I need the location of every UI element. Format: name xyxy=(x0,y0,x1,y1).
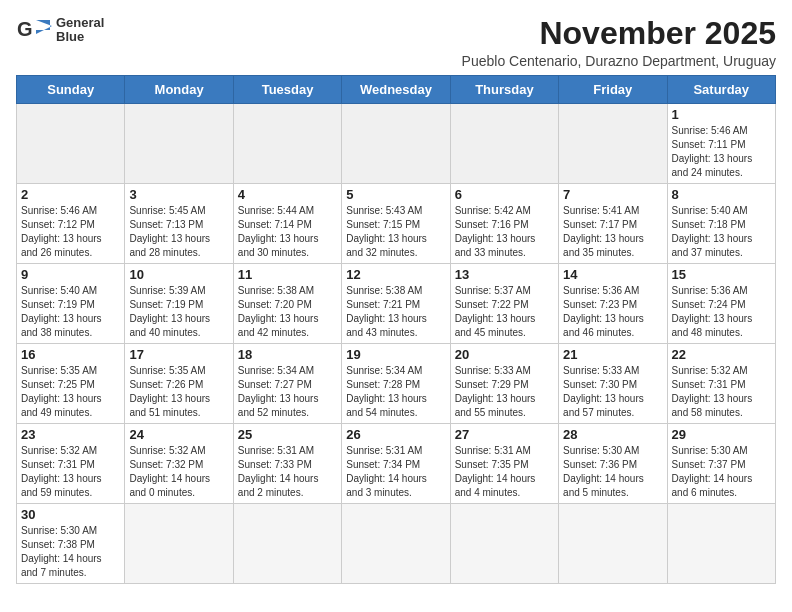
weekday-header-thursday: Thursday xyxy=(450,76,558,104)
calendar-cell: 11Sunrise: 5:38 AM Sunset: 7:20 PM Dayli… xyxy=(233,264,341,344)
calendar-cell: 13Sunrise: 5:37 AM Sunset: 7:22 PM Dayli… xyxy=(450,264,558,344)
day-number: 19 xyxy=(346,347,445,362)
day-number: 14 xyxy=(563,267,662,282)
calendar-cell: 7Sunrise: 5:41 AM Sunset: 7:17 PM Daylig… xyxy=(559,184,667,264)
calendar-cell xyxy=(450,504,558,584)
calendar-cell xyxy=(233,504,341,584)
day-number: 8 xyxy=(672,187,771,202)
calendar-cell: 25Sunrise: 5:31 AM Sunset: 7:33 PM Dayli… xyxy=(233,424,341,504)
header-row: SundayMondayTuesdayWednesdayThursdayFrid… xyxy=(17,76,776,104)
day-number: 27 xyxy=(455,427,554,442)
day-info: Sunrise: 5:36 AM Sunset: 7:23 PM Dayligh… xyxy=(563,284,662,340)
calendar-cell: 26Sunrise: 5:31 AM Sunset: 7:34 PM Dayli… xyxy=(342,424,450,504)
day-number: 10 xyxy=(129,267,228,282)
calendar-cell xyxy=(559,504,667,584)
calendar-cell xyxy=(342,504,450,584)
day-info: Sunrise: 5:34 AM Sunset: 7:28 PM Dayligh… xyxy=(346,364,445,420)
day-info: Sunrise: 5:33 AM Sunset: 7:30 PM Dayligh… xyxy=(563,364,662,420)
day-info: Sunrise: 5:32 AM Sunset: 7:31 PM Dayligh… xyxy=(21,444,120,500)
day-info: Sunrise: 5:44 AM Sunset: 7:14 PM Dayligh… xyxy=(238,204,337,260)
day-number: 23 xyxy=(21,427,120,442)
day-number: 2 xyxy=(21,187,120,202)
calendar-cell: 27Sunrise: 5:31 AM Sunset: 7:35 PM Dayli… xyxy=(450,424,558,504)
day-info: Sunrise: 5:46 AM Sunset: 7:11 PM Dayligh… xyxy=(672,124,771,180)
day-number: 3 xyxy=(129,187,228,202)
logo-line1: General xyxy=(56,16,104,30)
day-number: 16 xyxy=(21,347,120,362)
calendar-cell xyxy=(125,504,233,584)
subtitle: Pueblo Centenario, Durazno Department, U… xyxy=(462,53,776,69)
day-number: 5 xyxy=(346,187,445,202)
calendar-cell xyxy=(559,104,667,184)
calendar-cell: 21Sunrise: 5:33 AM Sunset: 7:30 PM Dayli… xyxy=(559,344,667,424)
day-number: 17 xyxy=(129,347,228,362)
day-number: 15 xyxy=(672,267,771,282)
day-info: Sunrise: 5:40 AM Sunset: 7:18 PM Dayligh… xyxy=(672,204,771,260)
day-number: 13 xyxy=(455,267,554,282)
day-info: Sunrise: 5:35 AM Sunset: 7:25 PM Dayligh… xyxy=(21,364,120,420)
calendar-cell: 6Sunrise: 5:42 AM Sunset: 7:16 PM Daylig… xyxy=(450,184,558,264)
weekday-header-saturday: Saturday xyxy=(667,76,775,104)
day-info: Sunrise: 5:31 AM Sunset: 7:35 PM Dayligh… xyxy=(455,444,554,500)
week-row-5: 23Sunrise: 5:32 AM Sunset: 7:31 PM Dayli… xyxy=(17,424,776,504)
calendar-cell: 8Sunrise: 5:40 AM Sunset: 7:18 PM Daylig… xyxy=(667,184,775,264)
calendar-cell: 1Sunrise: 5:46 AM Sunset: 7:11 PM Daylig… xyxy=(667,104,775,184)
day-info: Sunrise: 5:32 AM Sunset: 7:32 PM Dayligh… xyxy=(129,444,228,500)
day-info: Sunrise: 5:40 AM Sunset: 7:19 PM Dayligh… xyxy=(21,284,120,340)
day-number: 6 xyxy=(455,187,554,202)
week-row-6: 30Sunrise: 5:30 AM Sunset: 7:38 PM Dayli… xyxy=(17,504,776,584)
day-number: 24 xyxy=(129,427,228,442)
weekday-header-monday: Monday xyxy=(125,76,233,104)
svg-text:G: G xyxy=(17,18,33,40)
calendar-cell: 4Sunrise: 5:44 AM Sunset: 7:14 PM Daylig… xyxy=(233,184,341,264)
day-info: Sunrise: 5:33 AM Sunset: 7:29 PM Dayligh… xyxy=(455,364,554,420)
logo-text: General Blue xyxy=(56,16,104,45)
day-number: 25 xyxy=(238,427,337,442)
day-info: Sunrise: 5:34 AM Sunset: 7:27 PM Dayligh… xyxy=(238,364,337,420)
weekday-header-sunday: Sunday xyxy=(17,76,125,104)
day-info: Sunrise: 5:38 AM Sunset: 7:21 PM Dayligh… xyxy=(346,284,445,340)
day-number: 30 xyxy=(21,507,120,522)
day-number: 12 xyxy=(346,267,445,282)
day-info: Sunrise: 5:42 AM Sunset: 7:16 PM Dayligh… xyxy=(455,204,554,260)
day-info: Sunrise: 5:43 AM Sunset: 7:15 PM Dayligh… xyxy=(346,204,445,260)
day-info: Sunrise: 5:31 AM Sunset: 7:34 PM Dayligh… xyxy=(346,444,445,500)
calendar-cell: 28Sunrise: 5:30 AM Sunset: 7:36 PM Dayli… xyxy=(559,424,667,504)
calendar-cell: 18Sunrise: 5:34 AM Sunset: 7:27 PM Dayli… xyxy=(233,344,341,424)
day-info: Sunrise: 5:39 AM Sunset: 7:19 PM Dayligh… xyxy=(129,284,228,340)
calendar-cell: 12Sunrise: 5:38 AM Sunset: 7:21 PM Dayli… xyxy=(342,264,450,344)
calendar-cell xyxy=(450,104,558,184)
weekday-header-friday: Friday xyxy=(559,76,667,104)
calendar-cell: 20Sunrise: 5:33 AM Sunset: 7:29 PM Dayli… xyxy=(450,344,558,424)
day-info: Sunrise: 5:31 AM Sunset: 7:33 PM Dayligh… xyxy=(238,444,337,500)
week-row-2: 2Sunrise: 5:46 AM Sunset: 7:12 PM Daylig… xyxy=(17,184,776,264)
day-info: Sunrise: 5:45 AM Sunset: 7:13 PM Dayligh… xyxy=(129,204,228,260)
day-info: Sunrise: 5:37 AM Sunset: 7:22 PM Dayligh… xyxy=(455,284,554,340)
calendar-cell: 16Sunrise: 5:35 AM Sunset: 7:25 PM Dayli… xyxy=(17,344,125,424)
calendar-cell: 3Sunrise: 5:45 AM Sunset: 7:13 PM Daylig… xyxy=(125,184,233,264)
day-number: 1 xyxy=(672,107,771,122)
calendar-cell xyxy=(125,104,233,184)
calendar-cell: 15Sunrise: 5:36 AM Sunset: 7:24 PM Dayli… xyxy=(667,264,775,344)
title-area: November 2025 Pueblo Centenario, Durazno… xyxy=(462,16,776,69)
calendar-cell: 9Sunrise: 5:40 AM Sunset: 7:19 PM Daylig… xyxy=(17,264,125,344)
day-number: 7 xyxy=(563,187,662,202)
day-number: 18 xyxy=(238,347,337,362)
logo-icon: G xyxy=(16,16,52,44)
calendar-cell: 30Sunrise: 5:30 AM Sunset: 7:38 PM Dayli… xyxy=(17,504,125,584)
day-number: 28 xyxy=(563,427,662,442)
day-info: Sunrise: 5:41 AM Sunset: 7:17 PM Dayligh… xyxy=(563,204,662,260)
calendar-cell: 19Sunrise: 5:34 AM Sunset: 7:28 PM Dayli… xyxy=(342,344,450,424)
header: G General Blue November 2025 Pueblo Cent… xyxy=(16,16,776,69)
weekday-header-wednesday: Wednesday xyxy=(342,76,450,104)
day-number: 22 xyxy=(672,347,771,362)
day-info: Sunrise: 5:36 AM Sunset: 7:24 PM Dayligh… xyxy=(672,284,771,340)
calendar-cell: 14Sunrise: 5:36 AM Sunset: 7:23 PM Dayli… xyxy=(559,264,667,344)
day-number: 26 xyxy=(346,427,445,442)
calendar-cell: 24Sunrise: 5:32 AM Sunset: 7:32 PM Dayli… xyxy=(125,424,233,504)
calendar-cell: 5Sunrise: 5:43 AM Sunset: 7:15 PM Daylig… xyxy=(342,184,450,264)
calendar-cell xyxy=(17,104,125,184)
calendar-cell xyxy=(342,104,450,184)
day-info: Sunrise: 5:46 AM Sunset: 7:12 PM Dayligh… xyxy=(21,204,120,260)
day-number: 29 xyxy=(672,427,771,442)
